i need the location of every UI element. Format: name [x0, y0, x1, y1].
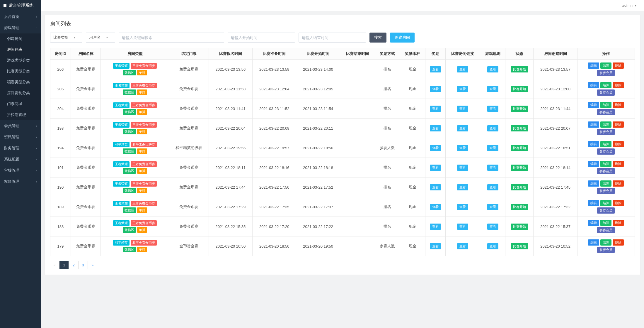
member-button[interactable]: 参赛会员	[597, 89, 615, 96]
member-button[interactable]: 参赛会员	[597, 129, 615, 135]
start-time-input[interactable]	[228, 33, 295, 43]
edit-button[interactable]: 编辑	[588, 239, 599, 246]
view-button[interactable]: 查看	[457, 184, 468, 190]
edit-button[interactable]: 编辑	[588, 180, 599, 187]
view-button[interactable]: 查看	[430, 145, 441, 151]
page-number[interactable]: 1	[59, 261, 69, 269]
view-button[interactable]: 查看	[430, 243, 441, 249]
delete-button[interactable]: 删除	[613, 220, 624, 226]
view-button[interactable]: 查看	[487, 243, 498, 249]
cell-created-time: 2021-03-23 11:44	[534, 99, 577, 119]
nav-item[interactable]: 会员管理›	[0, 120, 41, 131]
user-menu[interactable]: admin ▼	[622, 3, 637, 8]
view-button[interactable]: 查看	[457, 204, 468, 210]
view-button[interactable]: 查看	[457, 66, 468, 72]
nav-item[interactable]: 系统配置›	[0, 154, 41, 165]
member-button[interactable]: 参赛会员	[597, 188, 615, 194]
edit-button[interactable]: 编辑	[588, 141, 599, 147]
settle-button[interactable]: 结算	[600, 102, 611, 108]
delete-button[interactable]: 删除	[613, 200, 624, 206]
edit-button[interactable]: 编辑	[588, 200, 599, 206]
cell-ticket: 免费金币赛	[169, 158, 209, 177]
view-button[interactable]: 查看	[487, 165, 498, 171]
delete-button[interactable]: 删除	[613, 62, 624, 69]
settle-button[interactable]: 结算	[600, 161, 611, 167]
view-button[interactable]: 查看	[430, 224, 441, 230]
end-time-input[interactable]	[299, 33, 366, 43]
view-button[interactable]: 查看	[457, 145, 468, 151]
member-button[interactable]: 参赛会员	[597, 168, 615, 174]
view-button[interactable]: 查看	[487, 204, 498, 210]
view-button[interactable]: 查看	[430, 204, 441, 210]
delete-button[interactable]: 删除	[613, 102, 624, 108]
settle-button[interactable]: 结算	[600, 82, 611, 88]
delete-button[interactable]: 删除	[613, 161, 624, 167]
view-button[interactable]: 查看	[457, 106, 468, 112]
view-button[interactable]: 查看	[487, 106, 498, 112]
settle-button[interactable]: 结算	[600, 62, 611, 69]
edit-button[interactable]: 编辑	[588, 121, 599, 128]
nav-item[interactable]: 财务管理›	[0, 143, 41, 154]
view-button[interactable]: 查看	[487, 66, 498, 72]
nav-sub-item[interactable]: 房间列表	[0, 44, 41, 55]
view-button[interactable]: 查看	[430, 86, 441, 92]
edit-button[interactable]: 编辑	[588, 62, 599, 69]
delete-button[interactable]: 删除	[613, 82, 624, 88]
edit-button[interactable]: 编辑	[588, 82, 599, 88]
delete-button[interactable]: 删除	[613, 239, 624, 246]
page-number[interactable]: 3	[79, 261, 88, 269]
view-button[interactable]: 查看	[430, 66, 441, 72]
page-next[interactable]: »	[88, 261, 97, 269]
search-button[interactable]: 搜索	[369, 33, 386, 43]
view-button[interactable]: 查看	[430, 125, 441, 131]
member-button[interactable]: 参赛会员	[597, 247, 615, 253]
page-number[interactable]: 2	[69, 261, 78, 269]
nav-sub-item[interactable]: 端游类型分类	[0, 77, 41, 88]
nav-sub-item[interactable]: 比赛类型分类	[0, 66, 41, 77]
nav-item[interactable]: 权限管理›	[0, 176, 41, 187]
view-button[interactable]: 查看	[487, 86, 498, 92]
match-type-select[interactable]: 比赛类型 ▼	[50, 33, 82, 43]
settle-button[interactable]: 结算	[600, 180, 611, 187]
edit-button[interactable]: 编辑	[588, 102, 599, 108]
username-select[interactable]: 用户名 ▼	[86, 33, 115, 43]
keyword-input[interactable]	[119, 33, 224, 43]
member-button[interactable]: 参赛会员	[597, 148, 615, 155]
nav-sub-item[interactable]: 折扣卷管理	[0, 109, 41, 120]
view-button[interactable]: 查看	[457, 243, 468, 249]
edit-button[interactable]: 编辑	[588, 161, 599, 167]
view-button[interactable]: 查看	[457, 86, 468, 92]
view-button[interactable]: 查看	[430, 165, 441, 171]
view-button[interactable]: 查看	[487, 224, 498, 230]
nav-sub-item[interactable]: 游戏类型分类	[0, 55, 41, 66]
settle-button[interactable]: 结算	[600, 121, 611, 128]
edit-button[interactable]: 编辑	[588, 220, 599, 226]
settle-button[interactable]: 结算	[600, 220, 611, 226]
nav-item[interactable]: 资讯管理›	[0, 131, 41, 143]
view-button[interactable]: 查看	[430, 184, 441, 190]
settle-button[interactable]: 结算	[600, 239, 611, 246]
nav-item[interactable]: 后台首页›	[0, 11, 41, 22]
view-button[interactable]: 查看	[430, 106, 441, 112]
settle-button[interactable]: 结算	[600, 200, 611, 206]
create-room-button[interactable]: 创建房间	[390, 33, 415, 43]
nav-sub-item[interactable]: 创建房间	[0, 33, 41, 44]
nav-sub-item[interactable]: 门票商城	[0, 99, 41, 109]
settle-button[interactable]: 结算	[600, 141, 611, 147]
delete-button[interactable]: 删除	[613, 121, 624, 128]
view-button[interactable]: 查看	[457, 224, 468, 230]
view-button[interactable]: 查看	[487, 145, 498, 151]
view-button[interactable]: 查看	[457, 165, 468, 171]
member-button[interactable]: 参赛会员	[597, 70, 615, 76]
delete-button[interactable]: 删除	[613, 141, 624, 147]
view-button[interactable]: 查看	[487, 184, 498, 190]
view-button[interactable]: 查看	[487, 125, 498, 131]
delete-button[interactable]: 删除	[613, 180, 624, 187]
member-button[interactable]: 参赛会员	[597, 207, 615, 214]
view-button[interactable]: 查看	[457, 125, 468, 131]
nav-sub-item[interactable]: 房间赛制分类	[0, 88, 41, 99]
member-button[interactable]: 参赛会员	[597, 227, 615, 233]
nav-item[interactable]: 游戏管理˅	[0, 22, 41, 33]
member-button[interactable]: 参赛会员	[597, 109, 615, 115]
nav-item[interactable]: 审核管理›	[0, 165, 41, 176]
